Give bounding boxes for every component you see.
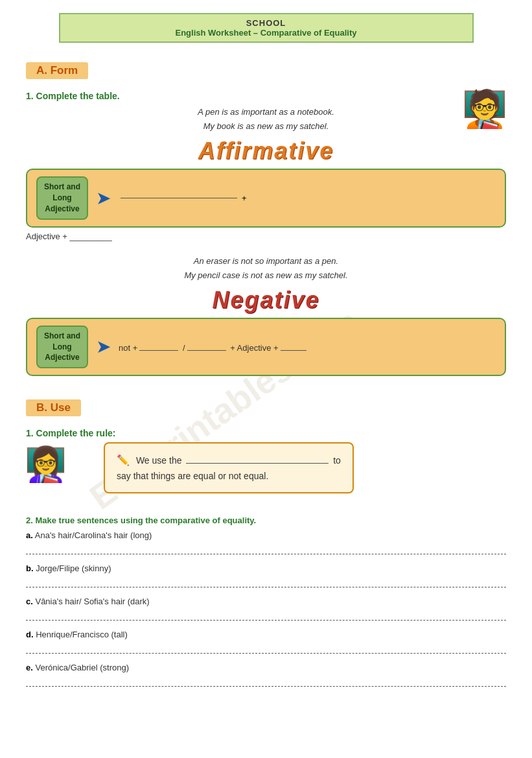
section-b: B. Use 1. Complete the rule: ✏️ We use t… <box>26 393 506 687</box>
answer-line-b[interactable] <box>26 574 506 587</box>
task-b1-instruction: 1. Complete the rule: <box>26 428 506 438</box>
sentence-b: b. Jorge/Filipe (skinny) <box>26 563 506 587</box>
section-b-label: B. Use <box>26 399 81 416</box>
blank-neg3[interactable] <box>281 350 306 351</box>
answer-line-e[interactable] <box>26 674 506 687</box>
header-box: SCHOOL English Worksheet – Comparative o… <box>59 13 474 43</box>
task-b2-instruction: 2. Make true sentences using the compara… <box>26 515 506 525</box>
sentence-e: e. Verónica/Gabriel (strong) <box>26 663 506 687</box>
sentence-a-label: a. Ana's hair/Carolina's hair (long) <box>26 530 506 540</box>
header-subtitle: English Worksheet – Comparative of Equal… <box>67 28 466 38</box>
rule-box: ✏️ We use the to say that things are equ… <box>104 442 354 493</box>
sentence-e-label: e. Verónica/Gabriel (strong) <box>26 663 506 672</box>
sentence-a: a. Ana's hair/Carolina's hair (long) <box>26 530 506 554</box>
task1-instruction: 1. Complete the table. <box>26 91 506 101</box>
sentences-list: a. Ana's hair/Carolina's hair (long) b. … <box>26 530 506 687</box>
negative-grammar-box: Short andLongAdjective ➤ not + / + Adjec… <box>26 318 506 376</box>
example-affirmative: A pen is as important as a notebook. My … <box>26 105 506 134</box>
pencil-icon: ✏️ <box>117 455 130 466</box>
blank-as1[interactable] <box>121 198 237 198</box>
blank-rule[interactable] <box>186 463 329 464</box>
blank-neg1[interactable] <box>139 350 178 351</box>
formula-negative: not + / + Adjective + <box>119 340 496 353</box>
formula-affirmative: + <box>119 193 496 203</box>
sentence-b-label: b. Jorge/Filipe (skinny) <box>26 563 506 573</box>
arrow-affirmative: ➤ <box>96 187 111 209</box>
adj-bottom-formula: Adjective + _________ <box>26 231 506 241</box>
affirmative-title: Affirmative <box>26 137 506 165</box>
adj-label-negative: Short andLongAdjective <box>36 326 88 368</box>
negative-title: Negative <box>26 287 506 314</box>
answer-line-a[interactable] <box>26 541 506 554</box>
example-negative: An eraser is not so important as a pen. … <box>26 254 506 283</box>
sentence-d-label: d. Henrique/Francisco (tall) <box>26 630 506 639</box>
sentence-d: d. Henrique/Francisco (tall) <box>26 630 506 654</box>
header-school: SCHOOL <box>67 18 466 28</box>
sentence-c-label: c. Vânia's hair/ Sofia's hair (dark) <box>26 597 506 606</box>
affirmative-grammar-box: Short andLongAdjective ➤ + <box>26 169 506 227</box>
blank-neg2[interactable] <box>187 350 226 351</box>
rule-text: ✏️ We use the to say that things are equ… <box>117 451 341 484</box>
section-a: A. Form 1. Complete the table. A pen is … <box>26 56 506 376</box>
adj-label-affirmative: Short andLongAdjective <box>36 176 88 219</box>
answer-line-c[interactable] <box>26 608 506 621</box>
section-a-label: A. Form <box>26 62 88 79</box>
sentence-c: c. Vânia's hair/ Sofia's hair (dark) <box>26 597 506 621</box>
arrow-negative: ➤ <box>96 336 111 357</box>
answer-line-d[interactable] <box>26 641 506 654</box>
